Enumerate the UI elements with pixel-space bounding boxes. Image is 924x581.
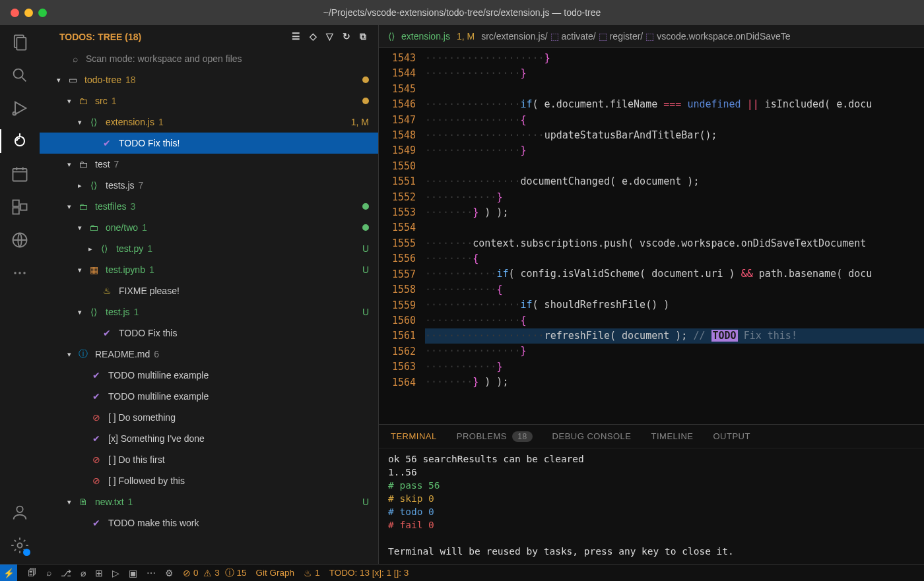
tree-todo-item[interactable]: ✔TODO make this work: [40, 512, 378, 534]
editor-body[interactable]: 1543154415451546154715481549155015511552…: [379, 48, 924, 424]
tab-output[interactable]: OUTPUT: [713, 431, 750, 441]
tree-file-test-js[interactable]: ▾ ⟨⟩ test.js 1 U: [40, 301, 378, 322]
scan-mode-row[interactable]: ⌕ Scan mode: workspace and open files: [40, 48, 378, 69]
tree-todo-item[interactable]: ✔ TODO Fix this!: [40, 133, 378, 154]
tree-root[interactable]: ▾ ▭ todo-tree 18: [40, 69, 378, 90]
tree-count: 3: [130, 201, 135, 212]
sb-ext-icon[interactable]: ⊞: [95, 568, 103, 578]
tree-todo-item[interactable]: ✔ TODO Fix this: [40, 322, 378, 344]
tree-count: 7: [114, 159, 119, 169]
todo-text: [ ] Do something: [108, 412, 176, 423]
tree-todo-item[interactable]: ⊘[ ] Do this first: [40, 449, 378, 470]
more-icon[interactable]: [11, 264, 29, 282]
chevron-down-icon: ▾: [67, 97, 77, 106]
tree-todo-item[interactable]: ✔TODO multiline example: [40, 365, 378, 386]
terminal-content[interactable]: ok 56 searchResults can be cleared 1..56…: [379, 448, 924, 564]
refresh-icon[interactable]: ↻: [343, 31, 350, 42]
sb-problems[interactable]: ⊘ 0 ⚠ 3 ⓘ 15: [183, 567, 247, 579]
tree-label: src: [95, 96, 108, 106]
close-window-button[interactable]: [11, 9, 19, 17]
search-icon: ⌕: [73, 53, 78, 64]
tree-label: tests.js: [106, 180, 135, 191]
git-status-badge: U: [362, 264, 369, 275]
git-status-badge: 1, M: [351, 117, 369, 127]
tree-todo-item[interactable]: ♨ FIXME please!: [40, 280, 378, 301]
tree-label: testfiles: [95, 201, 126, 212]
tree-todo-item[interactable]: ✔[x] Something I've done: [40, 428, 378, 449]
bottom-panel: TERMINAL PROBLEMS 18 DEBUG CONSOLE TIMEL…: [379, 424, 924, 564]
js-file-icon: ⟨⟩: [87, 180, 100, 191]
todo-tree-icon[interactable]: [11, 132, 29, 150]
tree-file-readme[interactable]: ▾ ⓘ README.md 6: [40, 344, 378, 365]
account-icon[interactable]: [11, 503, 29, 522]
svg-rect-9: [13, 200, 19, 206]
sb-terminal-icon[interactable]: ▣: [129, 568, 137, 578]
crumb-fn: activate/: [562, 31, 596, 42]
sb-todo-counts[interactable]: TODO: 13 [x]: 1 []: 3: [329, 568, 409, 578]
todo-tree: ▾ ▭ todo-tree 18 ▾ 🗀 src 1 ▾ ⟨⟩ extensio…: [40, 69, 378, 547]
run-debug-icon[interactable]: [11, 99, 29, 117]
tab-debug-console[interactable]: DEBUG CONSOLE: [552, 431, 632, 441]
settings-icon[interactable]: [11, 536, 29, 555]
todo-text: TODO Fix this!: [119, 138, 180, 148]
explorer-icon[interactable]: [11, 33, 29, 51]
calendar-icon[interactable]: [11, 165, 29, 183]
tree-file-extension-js[interactable]: ▾ ⟨⟩ extension.js 1 1, M: [40, 111, 378, 133]
tree-count: 6: [154, 349, 159, 359]
tree-folder-onetwo[interactable]: ▾ 🗀 one/two 1: [40, 217, 378, 238]
svg-point-4: [13, 112, 16, 115]
tree-count: 1: [112, 96, 117, 106]
sb-flame[interactable]: ♨ 1: [304, 568, 320, 578]
titlebar: ~/Projects/vscode-extensions/todo-tree/s…: [0, 0, 924, 25]
sb-branch-icon[interactable]: ⎇: [61, 568, 71, 578]
list-view-icon[interactable]: ☰: [292, 31, 300, 42]
todo-text: TODO make this work: [108, 518, 199, 528]
tab-terminal[interactable]: TERMINAL: [391, 431, 437, 441]
x-circle-icon: ⊘: [90, 475, 103, 486]
svg-rect-1: [16, 38, 26, 50]
remote-button[interactable]: ⚡: [0, 565, 17, 582]
js-file-icon: ⟨⟩: [87, 307, 100, 317]
tab-timeline[interactable]: TIMELINE: [651, 431, 694, 441]
sb-bug-icon[interactable]: ⌀: [81, 568, 86, 578]
collapse-icon[interactable]: ⧉: [360, 31, 366, 42]
sidebar: TODOS: TREE (18) ☰ ◇ ▽ ↻ ⧉ ⌕ Scan mode: …: [40, 25, 379, 564]
sb-gitgraph[interactable]: Git Graph: [256, 568, 295, 578]
js-file-icon: ⟨⟩: [388, 31, 395, 42]
chevron-right-icon: ▸: [78, 181, 87, 190]
chevron-right-icon: ▸: [88, 245, 98, 253]
globe-icon[interactable]: [11, 231, 29, 249]
breadcrumb[interactable]: src/extension.js/ ⬚ activate/ ⬚ register…: [481, 31, 790, 42]
info-icon: ⓘ: [77, 348, 90, 360]
tree-file-test-py[interactable]: ▸ ⟨⟩ test.py 1 U: [40, 238, 378, 259]
todo-text: TODO Fix this: [119, 328, 177, 338]
tree-todo-item[interactable]: ✔TODO multiline example: [40, 386, 378, 407]
tree-file-tests-js[interactable]: ▸ ⟨⟩ tests.js 7: [40, 175, 378, 196]
folder-icon: 🗀: [87, 222, 100, 233]
search-icon[interactable]: [11, 66, 29, 84]
sb-search-icon[interactable]: ⌕: [46, 568, 51, 578]
notebook-file-icon: ▦: [87, 264, 100, 275]
maximize-window-button[interactable]: [38, 9, 47, 17]
code-content[interactable]: ····················}················}··…: [425, 48, 924, 424]
tree-file-test-ipynb[interactable]: ▾ ▦ test.ipynb 1 U: [40, 259, 378, 280]
minimize-window-button[interactable]: [24, 9, 33, 17]
tree-folder-src[interactable]: ▾ 🗀 src 1: [40, 90, 378, 111]
tab-git-status: 1, M: [457, 31, 475, 42]
extensions-icon[interactable]: [11, 198, 29, 216]
sb-settings-icon[interactable]: ⚙: [165, 568, 174, 578]
repo-icon: ▭: [66, 75, 79, 85]
sb-run-icon[interactable]: ▷: [112, 568, 119, 578]
tree-file-new-txt[interactable]: ▾ 🗎 new.txt 1 U: [40, 491, 378, 512]
tree-todo-item[interactable]: ⊘[ ] Do something: [40, 407, 378, 428]
svg-rect-5: [13, 169, 27, 181]
tab-filename[interactable]: extension.js: [401, 31, 450, 42]
tab-problems[interactable]: PROBLEMS 18: [457, 431, 533, 441]
sb-more-icon[interactable]: ⋯: [147, 568, 156, 578]
filter-icon[interactable]: ▽: [326, 31, 333, 42]
tag-icon[interactable]: ◇: [310, 31, 317, 42]
tree-folder-test[interactable]: ▾ 🗀 test 7: [40, 154, 378, 175]
tree-todo-item[interactable]: ⊘[ ] Followed by this: [40, 470, 378, 491]
tree-folder-testfiles[interactable]: ▾ 🗀 testfiles 3: [40, 196, 378, 217]
sb-files-icon[interactable]: 🗐: [28, 568, 37, 578]
